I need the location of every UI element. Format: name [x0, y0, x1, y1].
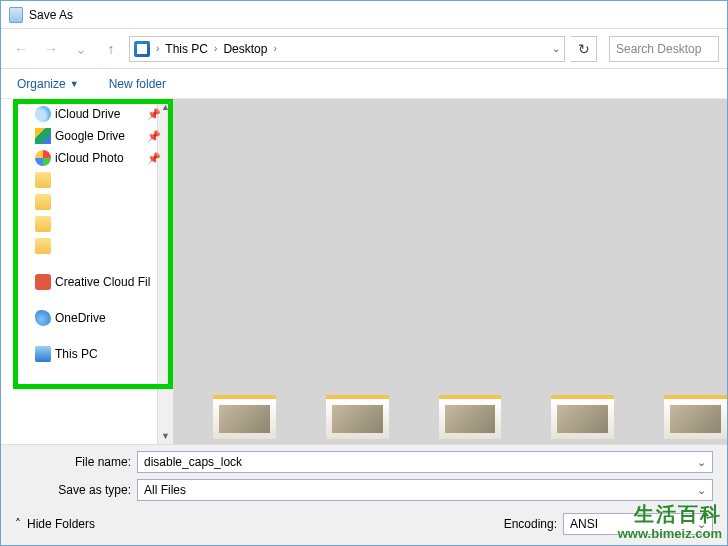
breadcrumb-leaf[interactable]: Desktop [223, 42, 267, 56]
window-title: Save As [29, 8, 73, 22]
file-list-pane[interactable] [173, 99, 727, 444]
filename-label: File name: [15, 455, 131, 469]
tree-item-label: iCloud Drive [55, 107, 120, 121]
cloud-icon [35, 106, 51, 122]
search-input[interactable]: Search Desktop [609, 36, 719, 62]
address-bar[interactable]: › This PC › Desktop › ⌄ [129, 36, 565, 62]
breadcrumb-root[interactable]: This PC [165, 42, 208, 56]
tree-item[interactable] [1, 169, 173, 191]
organize-menu[interactable]: Organize ▼ [17, 77, 79, 91]
pin-icon: 📌 [147, 130, 161, 143]
back-button[interactable]: ← [9, 37, 33, 61]
filename-input[interactable]: disable_caps_lock [137, 451, 713, 473]
titlebar: Save As [1, 1, 727, 29]
forward-button[interactable]: → [39, 37, 63, 61]
tree-item[interactable] [1, 191, 173, 213]
address-dropdown-icon[interactable]: ⌄ [552, 43, 560, 54]
chevron-down-icon[interactable]: ⌄ [69, 37, 93, 61]
tree-item[interactable]: iCloud Drive📌 [1, 103, 173, 125]
navigation-pane[interactable]: ▲ ▼ iCloud Drive📌Google Drive📌iCloud Pho… [1, 99, 173, 444]
photos-icon [35, 150, 51, 166]
gdrive-icon [35, 128, 51, 144]
chevron-right-icon: › [214, 43, 217, 54]
tree-item[interactable]: Creative Cloud Fil [1, 271, 173, 293]
tree-item-label: Google Drive [55, 129, 125, 143]
save-as-dialog: Save As ← → ⌄ ↑ › This PC › Desktop › ⌄ … [0, 0, 728, 546]
tree-item[interactable]: This PC [1, 343, 173, 365]
encoding-label: Encoding: [504, 517, 557, 531]
chevron-down-icon: ▼ [70, 79, 79, 89]
tree-item-label: iCloud Photo [55, 151, 124, 165]
pin-icon: 📌 [147, 108, 161, 121]
pc-icon [134, 41, 150, 57]
chevron-right-icon: › [273, 43, 276, 54]
new-folder-button[interactable]: New folder [109, 77, 166, 91]
folder-thumbnail[interactable] [551, 395, 614, 439]
pc-icon [35, 346, 51, 362]
content-area: ▲ ▼ iCloud Drive📌Google Drive📌iCloud Pho… [1, 99, 727, 444]
folder-thumbnail[interactable] [439, 395, 502, 439]
folder-thumbnail[interactable] [664, 395, 727, 439]
tree-item[interactable] [1, 213, 173, 235]
cc-icon [35, 274, 51, 290]
tree-item[interactable] [1, 235, 173, 257]
nav-row: ← → ⌄ ↑ › This PC › Desktop › ⌄ ↻ Search… [1, 29, 727, 69]
save-type-label: Save as type: [15, 483, 131, 497]
folder-icon [35, 216, 51, 232]
command-bar: Organize ▼ New folder [1, 69, 727, 99]
save-type-combo[interactable]: All Files [137, 479, 713, 501]
scroll-down-icon[interactable]: ▼ [158, 428, 173, 444]
tree-item[interactable]: Google Drive📌 [1, 125, 173, 147]
folder-icon [35, 238, 51, 254]
tree-item-label: OneDrive [55, 311, 106, 325]
pin-icon: 📌 [147, 152, 161, 165]
tree-item-label: Creative Cloud Fil [55, 275, 150, 289]
notepad-icon [9, 7, 23, 23]
chevron-right-icon: › [156, 43, 159, 54]
folder-thumbnail[interactable] [213, 395, 276, 439]
folder-icon [35, 172, 51, 188]
folder-icon [35, 194, 51, 210]
tree-item-label: This PC [55, 347, 98, 361]
up-button[interactable]: ↑ [99, 37, 123, 61]
tree-item[interactable]: OneDrive [1, 307, 173, 329]
onedrive-icon [35, 310, 51, 326]
chevron-up-icon: ˄ [15, 517, 21, 531]
folder-thumbnail[interactable] [326, 395, 389, 439]
hide-folders-toggle[interactable]: ˄ Hide Folders [15, 517, 95, 531]
bottom-panel: File name: disable_caps_lock Save as typ… [1, 444, 727, 545]
encoding-combo[interactable]: ANSI [563, 513, 713, 535]
refresh-button[interactable]: ↻ [571, 36, 597, 62]
tree-item[interactable]: iCloud Photo📌 [1, 147, 173, 169]
thumbnail-row [173, 390, 727, 444]
